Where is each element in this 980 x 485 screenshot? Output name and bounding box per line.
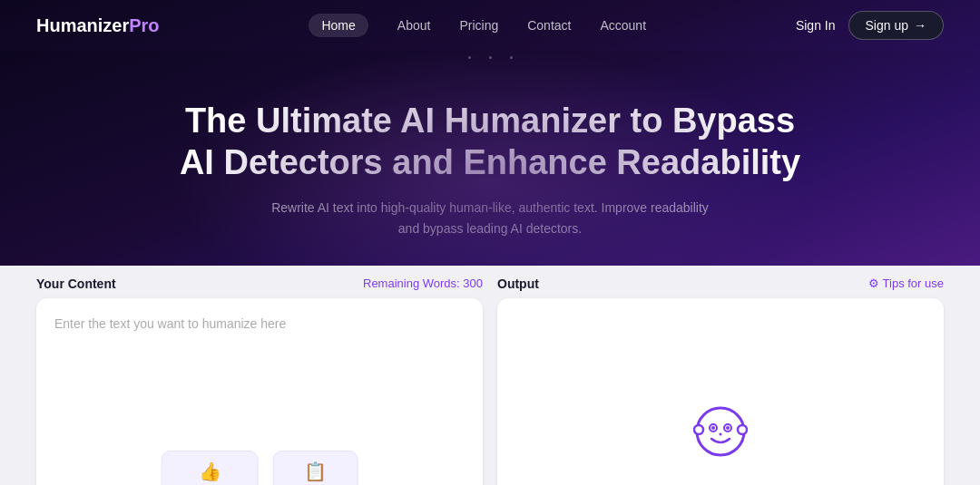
svg-point-7	[720, 432, 722, 435]
nav-actions: Sign In Sign up →	[796, 11, 944, 40]
paste-icon: 📋	[304, 461, 327, 482]
hero-title: The Ultimate AI Humanizer to Bypass AI D…	[172, 64, 808, 183]
sample-icon: 👍	[199, 461, 221, 482]
svg-point-1	[694, 425, 703, 434]
nav-account[interactable]: Account	[600, 18, 646, 33]
dot-3	[510, 56, 513, 59]
nav-pricing[interactable]: Pricing	[459, 18, 498, 33]
tips-icon: ⚙	[868, 276, 879, 290]
dot-2	[489, 56, 492, 59]
logo-humanizer: Humanizer	[36, 15, 129, 36]
sign-in-button[interactable]: Sign In	[796, 18, 836, 33]
panel-action-buttons: 👍 Try a sample 📋 Paste Text	[162, 451, 358, 485]
hero-title-line1: The Ultimate AI Humanizer to Bypass	[185, 102, 795, 140]
panels-header: Your Content Remaining Words: 300 Output…	[36, 266, 944, 291]
nav-contact[interactable]: Contact	[527, 18, 571, 33]
right-panel-header: Output ⚙ Tips for use	[497, 276, 944, 291]
logo-pro: Pro	[129, 15, 159, 36]
sign-up-label: Sign up	[866, 18, 908, 33]
left-panel-header: Your Content Remaining Words: 300	[36, 276, 483, 291]
try-sample-button[interactable]: 👍 Try a sample	[162, 451, 259, 485]
navbar: Humanizer Pro Home About Pricing Contact…	[0, 0, 980, 51]
nav-about[interactable]: About	[397, 18, 431, 33]
arrow-icon: →	[914, 18, 926, 33]
logo: Humanizer Pro	[36, 15, 160, 36]
nav-links: Home About Pricing Contact Account	[309, 14, 646, 37]
panels-container: 👍 Try a sample 📋 Paste Text	[36, 298, 944, 485]
hero-dots	[36, 51, 944, 64]
dot-1	[468, 56, 471, 59]
robot-mascot-icon	[693, 404, 748, 459]
tips-label: Tips for use	[883, 276, 944, 290]
svg-point-2	[738, 425, 747, 434]
right-panel-title: Output	[497, 276, 539, 291]
remaining-words: Remaining Words: 300	[363, 276, 483, 290]
paste-text-button[interactable]: 📋 Paste Text	[273, 451, 358, 485]
main-content: Your Content Remaining Words: 300 Output…	[0, 266, 980, 485]
output-panel	[497, 298, 944, 485]
svg-point-5	[711, 426, 715, 430]
tips-link[interactable]: ⚙ Tips for use	[868, 276, 944, 290]
svg-point-6	[726, 426, 730, 430]
left-panel-title: Your Content	[36, 276, 116, 291]
input-panel: 👍 Try a sample 📋 Paste Text	[36, 298, 483, 485]
hero-title-line2: AI Detectors and Enhance Readability	[180, 143, 800, 181]
nav-home[interactable]: Home	[309, 14, 368, 37]
hero-subtitle: Rewrite AI text into high-quality human-…	[263, 198, 717, 238]
hero-section: The Ultimate AI Humanizer to Bypass AI D…	[0, 51, 980, 266]
sign-up-button[interactable]: Sign up →	[848, 11, 944, 40]
